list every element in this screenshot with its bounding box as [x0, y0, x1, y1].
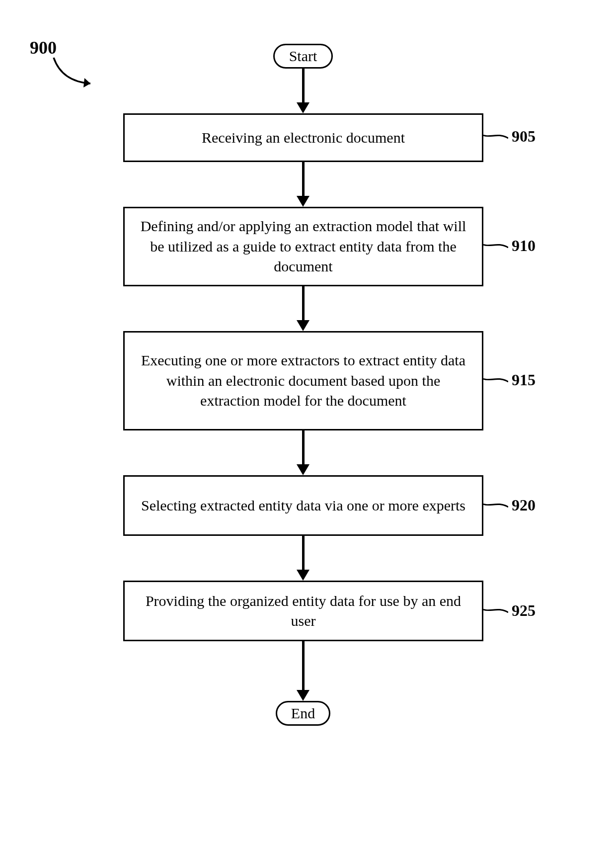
process-step-text: Receiving an electronic document	[202, 128, 405, 148]
ref-tick-icon	[483, 239, 508, 254]
arrowhead-down-icon	[297, 196, 309, 207]
flowchart-canvas: 900 Start Receiving an electronic docume…	[0, 0, 616, 852]
connector-arrow	[302, 536, 305, 571]
ref-label-925: 925	[512, 601, 536, 620]
arrowhead-down-icon	[297, 320, 309, 331]
process-step-text: Executing one or more extractors to extr…	[140, 350, 467, 411]
process-step-925: Providing the organized entity data for …	[123, 581, 483, 641]
connector-arrow	[302, 286, 305, 321]
ref-tick-icon	[483, 603, 508, 618]
ref-tick-icon	[483, 498, 508, 513]
start-terminator: Start	[273, 44, 333, 69]
arrowhead-down-icon	[297, 464, 309, 475]
process-step-text: Selecting extracted entity data via one …	[141, 496, 465, 516]
connector-arrow	[302, 69, 305, 103]
figure-pointer-arrow-icon	[50, 55, 109, 94]
arrowhead-down-icon	[297, 690, 309, 701]
ref-label-915: 915	[512, 371, 536, 389]
process-step-920: Selecting extracted entity data via one …	[123, 475, 483, 536]
connector-arrow	[302, 641, 305, 691]
ref-label-920: 920	[512, 496, 536, 514]
svg-marker-0	[83, 78, 90, 87]
process-step-text: Defining and/or applying an extraction m…	[140, 216, 467, 277]
start-label: Start	[289, 48, 317, 65]
process-step-915: Executing one or more extractors to extr…	[123, 331, 483, 430]
arrowhead-down-icon	[297, 102, 309, 113]
process-step-text: Providing the organized entity data for …	[140, 591, 467, 631]
end-label: End	[291, 705, 315, 722]
ref-label-910: 910	[512, 237, 536, 255]
ref-tick-icon	[483, 373, 508, 388]
arrowhead-down-icon	[297, 570, 309, 581]
end-terminator: End	[276, 701, 330, 726]
connector-arrow	[302, 430, 305, 465]
process-step-905: Receiving an electronic document	[123, 113, 483, 162]
process-step-910: Defining and/or applying an extraction m…	[123, 207, 483, 286]
connector-arrow	[302, 162, 305, 197]
ref-label-905: 905	[512, 127, 536, 146]
ref-tick-icon	[483, 129, 508, 144]
